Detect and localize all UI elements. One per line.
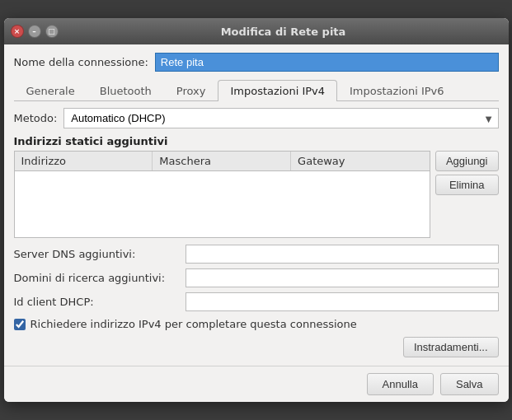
tab-generale[interactable]: Generale: [14, 80, 87, 101]
static-section-title: Indirizzi statici aggiuntivi: [14, 135, 499, 147]
connection-name-input[interactable]: [155, 53, 499, 72]
tab-content: Metodo: Automatico (DHCP) Manuale Solo l…: [14, 108, 499, 357]
add-address-button[interactable]: Aggiungi: [435, 151, 499, 171]
close-icon: ×: [14, 27, 21, 35]
tab-ipv6[interactable]: Impostazioni IPv6: [337, 80, 457, 101]
titlebar: × – □ Modifica di Rete pita: [4, 18, 509, 44]
tab-proxy[interactable]: Proxy: [164, 80, 218, 101]
table-action-buttons: Aggiungi Elimina: [435, 151, 499, 238]
dns-row: Server DNS aggiuntivi:: [14, 245, 499, 264]
footer: Annulla Salva: [4, 366, 509, 402]
cancel-button[interactable]: Annulla: [367, 373, 434, 395]
dns-label: Server DNS aggiuntivi:: [14, 248, 179, 260]
dhcp-label: Id client DHCP:: [14, 296, 179, 308]
address-table: Indirizzo Maschera Gateway: [14, 151, 430, 238]
col-mask: Maschera: [153, 152, 291, 170]
col-address: Indirizzo: [15, 152, 153, 170]
require-ipv4-label[interactable]: Richiedere indirizzo IPv4 per completare…: [31, 318, 357, 330]
connection-name-row: Nome della connessione:: [14, 53, 499, 72]
dhcp-row: Id client DHCP:: [14, 292, 499, 311]
routing-button[interactable]: Instradamenti...: [403, 337, 499, 357]
minimize-icon: –: [32, 27, 36, 35]
connection-name-label: Nome della connessione:: [14, 56, 148, 68]
table-body: [15, 171, 430, 237]
method-select[interactable]: Automatico (DHCP) Manuale Solo link-loca…: [63, 108, 498, 128]
tabs-bar: Generale Bluetooth Proxy Impostazioni IP…: [14, 80, 499, 101]
save-button[interactable]: Salva: [440, 373, 499, 395]
tab-bluetooth[interactable]: Bluetooth: [87, 80, 164, 101]
extra-fields-section: Server DNS aggiuntivi: Domini di ricerca…: [14, 245, 499, 311]
address-table-container: Indirizzo Maschera Gateway Aggiungi Elim…: [14, 151, 499, 238]
method-label: Metodo:: [14, 112, 58, 124]
dns-input[interactable]: [186, 245, 499, 264]
static-addresses-section: Indirizzi statici aggiuntivi Indirizzo M…: [14, 135, 499, 238]
delete-address-button[interactable]: Elimina: [435, 175, 499, 195]
dhcp-input[interactable]: [186, 292, 499, 311]
routing-row: Instradamenti...: [14, 337, 499, 357]
col-gateway: Gateway: [291, 152, 430, 170]
require-ipv4-checkbox[interactable]: [14, 319, 26, 330]
method-row: Metodo: Automatico (DHCP) Manuale Solo l…: [14, 108, 499, 128]
window-content: Nome della connessione: Generale Bluetoo…: [4, 44, 509, 366]
table-header: Indirizzo Maschera Gateway: [15, 152, 430, 171]
maximize-button[interactable]: □: [45, 25, 59, 38]
method-select-wrapper: Automatico (DHCP) Manuale Solo link-loca…: [63, 108, 498, 128]
domains-row: Domini di ricerca aggiuntivi:: [14, 268, 499, 287]
tab-ipv4[interactable]: Impostazioni IPv4: [218, 80, 337, 101]
require-ipv4-row: Richiedere indirizzo IPv4 per completare…: [14, 318, 499, 330]
close-button[interactable]: ×: [11, 25, 24, 38]
titlebar-buttons: × – □: [11, 25, 59, 38]
main-window: × – □ Modifica di Rete pita Nome della c…: [4, 18, 509, 402]
window-title: Modifica di Rete pita: [65, 26, 502, 38]
maximize-icon: □: [48, 27, 55, 35]
minimize-button[interactable]: –: [28, 25, 41, 38]
domains-label: Domini di ricerca aggiuntivi:: [14, 272, 179, 284]
domains-input[interactable]: [186, 268, 499, 287]
